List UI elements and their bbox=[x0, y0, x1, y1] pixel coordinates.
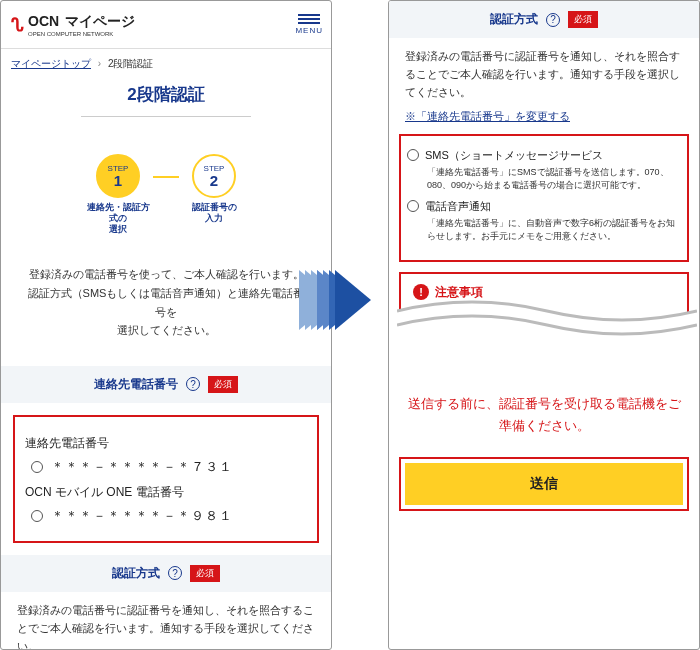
required-badge: 必須 bbox=[208, 376, 238, 393]
breadcrumb-top[interactable]: マイページトップ bbox=[11, 58, 91, 69]
section-auth-method: 認証方式 ? 必須 bbox=[389, 1, 699, 38]
phone-value-1: ＊＊＊－＊＊＊＊－＊７３１ bbox=[51, 458, 233, 476]
phone-select-box: 連絡先電話番号 ＊＊＊－＊＊＊＊－＊７３１ OCN モバイル ONE 電話番号 … bbox=[13, 415, 319, 543]
step-indicator: STEP1 連絡先・認証方 式の 選択 STEP2 認証番号の 入力 bbox=[1, 154, 331, 235]
phone-option-1[interactable]: ＊＊＊－＊＊＊＊－＊７３１ bbox=[31, 458, 307, 476]
explain-text: 登録済みの電話番号を使って、ご本人確認を行います。 認証方式（SMSもしくは電話… bbox=[1, 245, 331, 360]
logo[interactable]: ᔐ OCN マイページ OPEN COMPUTER NETWORK bbox=[11, 13, 135, 37]
section-title: 認証方式 bbox=[490, 11, 538, 28]
warning-box: ! 注意事項 bbox=[399, 272, 689, 343]
radio-icon bbox=[407, 200, 419, 212]
radio-icon bbox=[31, 510, 43, 522]
presend-instruction: 送信する前に、認証番号を受け取る電話機をご準備ください。 bbox=[389, 343, 699, 451]
phone-option-2[interactable]: ＊＊＊－＊＊＊＊－＊９８１ bbox=[31, 507, 307, 525]
breadcrumb: マイページトップ › 2段階認証 bbox=[1, 49, 331, 79]
method-paragraph: 登録済みの電話番号に認証番号を通知し、それを照合することでご本人確認を行います。… bbox=[389, 38, 699, 102]
option-sms-desc: 「連絡先電話番号」にSMSで認証番号を送信します。070、080、090から始ま… bbox=[427, 166, 681, 193]
app-header: ᔐ OCN マイページ OPEN COMPUTER NETWORK MENU bbox=[1, 1, 331, 49]
screen-select-phone: ᔐ OCN マイページ OPEN COMPUTER NETWORK MENU マ… bbox=[0, 0, 332, 650]
step-connector bbox=[153, 176, 179, 178]
logo-mark-icon: ᔐ bbox=[11, 14, 24, 36]
hamburger-icon bbox=[298, 14, 320, 16]
screen-select-method: 認証方式 ? 必須 登録済みの電話番号に認証番号を通知し、それを照合することでご… bbox=[388, 0, 700, 650]
breadcrumb-current: 2段階認証 bbox=[108, 58, 154, 69]
logo-subtext: OPEN COMPUTER NETWORK bbox=[28, 31, 135, 37]
step-1: STEP1 連絡先・認証方 式の 選択 bbox=[83, 154, 153, 235]
step-2: STEP2 認証番号の 入力 bbox=[179, 154, 249, 224]
phone-label-2: OCN モバイル ONE 電話番号 bbox=[25, 484, 307, 501]
help-icon[interactable]: ? bbox=[546, 13, 560, 27]
auth-method-box: SMS（ショートメッセージサービス 「連絡先電話番号」にSMSで認証番号を送信し… bbox=[399, 134, 689, 262]
option-voice-title: 電話音声通知 bbox=[425, 199, 491, 214]
radio-icon bbox=[407, 149, 419, 161]
chevron-right-icon: › bbox=[98, 58, 101, 69]
step-2-label: 認証番号の 入力 bbox=[192, 202, 237, 224]
radio-icon bbox=[31, 461, 43, 473]
warning-title: 注意事項 bbox=[435, 284, 483, 301]
required-badge: 必須 bbox=[190, 565, 220, 582]
header-page: マイページ bbox=[65, 13, 135, 31]
section-auth-method: 認証方式 ? 必須 bbox=[1, 555, 331, 592]
phone-label-1: 連絡先電話番号 bbox=[25, 435, 307, 452]
section-title: 認証方式 bbox=[112, 565, 160, 582]
menu-button[interactable]: MENU bbox=[295, 14, 323, 35]
help-icon[interactable]: ? bbox=[186, 377, 200, 391]
option-sms[interactable]: SMS（ショートメッセージサービス 「連絡先電話番号」にSMSで認証番号を送信し… bbox=[407, 148, 681, 193]
section-title: 連絡先電話番号 bbox=[94, 376, 178, 393]
change-phone-link[interactable]: ※「連絡先電話番号」を変更する bbox=[389, 102, 699, 128]
submit-button[interactable]: 送信 bbox=[405, 463, 683, 505]
section-contact-phone: 連絡先電話番号 ? 必須 bbox=[1, 366, 331, 403]
flow-arrow-icon bbox=[335, 270, 371, 330]
step-1-label: 連絡先・認証方 式の 選択 bbox=[87, 202, 150, 235]
method-paragraph: 登録済みの電話番号に認証番号を通知し、それを照合することでご本人確認を行います。… bbox=[1, 592, 331, 650]
option-voice[interactable]: 電話音声通知 「連絡先電話番号」に、自動音声で数字6桁の認証番号をお知らせします… bbox=[407, 199, 681, 244]
phone-value-2: ＊＊＊－＊＊＊＊－＊９８１ bbox=[51, 507, 233, 525]
option-sms-title: SMS（ショートメッセージサービス bbox=[425, 148, 603, 163]
menu-label: MENU bbox=[295, 26, 323, 35]
help-icon[interactable]: ? bbox=[168, 566, 182, 580]
alert-icon: ! bbox=[413, 284, 429, 300]
required-badge: 必須 bbox=[568, 11, 598, 28]
option-voice-desc: 「連絡先電話番号」に、自動音声で数字6桁の認証番号をお知らせします。お手元にメモ… bbox=[427, 217, 681, 244]
submit-highlight: 送信 bbox=[399, 457, 689, 511]
page-title: 2段階認証 bbox=[1, 79, 331, 129]
brand-text: OCN bbox=[28, 13, 59, 31]
